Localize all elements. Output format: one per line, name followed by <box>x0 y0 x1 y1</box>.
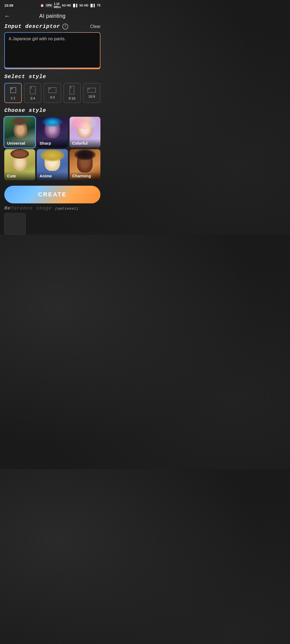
page-title: AI painting <box>39 13 66 19</box>
ratio-16-9[interactable]: 16:9 <box>83 83 100 103</box>
vpn-badge: VPN <box>45 4 53 7</box>
style-label-colorful: Colorful <box>70 139 100 148</box>
ratio-9-16[interactable]: 9:16 <box>63 83 81 103</box>
5ghd-icon2: 5G HD <box>79 4 89 7</box>
style-card-sharp[interactable]: Sharp <box>37 117 68 148</box>
style-card-charming[interactable]: Charming <box>70 149 100 180</box>
ratio-16-9-icon <box>87 87 96 93</box>
input-descriptor-section: Input descriptor ? Clear <box>0 23 105 74</box>
style-label-charming: Charming <box>70 171 100 180</box>
status-right-icons: ⏰ VPN 1.10MB/s 5G HD ▐▌▌ 5G HD ▐▌▌ 73 <box>40 2 100 9</box>
style-card-anime[interactable]: Anime <box>37 149 68 180</box>
clear-button[interactable]: Clear <box>90 24 100 29</box>
reference-hint: (optional) <box>55 207 79 211</box>
input-descriptor-label: Input descriptor <box>4 23 60 30</box>
back-button[interactable]: ← <box>4 13 10 20</box>
ratio-1-1-label: 1:1 <box>11 96 16 100</box>
page-header: ← AI painting <box>0 10 105 23</box>
choose-style-label: Choose style <box>4 107 46 114</box>
select-style-section: Select style 1:1 3:4 <box>0 74 105 107</box>
battery-level: 73 <box>97 3 100 7</box>
select-style-label: Select style <box>4 74 46 80</box>
ratio-4-3-icon <box>48 87 57 94</box>
ratio-3-4-icon <box>29 86 36 95</box>
style-card-cute[interactable]: Cute <box>4 149 35 180</box>
input-header-left: Input descriptor ? <box>4 23 68 30</box>
style-card-universal[interactable]: Universal <box>4 117 35 148</box>
style-label-universal: Universal <box>4 139 35 148</box>
textarea-wrapper <box>4 32 100 69</box>
style-label-anime: Anime <box>37 171 68 180</box>
ratio-3-4-label: 3:4 <box>30 96 35 100</box>
ratio-1-1[interactable]: 1:1 <box>4 83 22 103</box>
input-header: Input descriptor ? Clear <box>4 23 100 30</box>
style-grid: Universal Sharp Colorful Cute Anime Char… <box>4 117 100 180</box>
reference-section-label: Reference image (optional) <box>4 206 79 211</box>
ratio-9-16-icon <box>69 86 75 95</box>
svg-rect-5 <box>49 87 51 89</box>
svg-rect-7 <box>70 86 71 88</box>
reference-placeholder[interactable] <box>4 213 26 235</box>
status-bar: 15:09 ⏰ VPN 1.10MB/s 5G HD ▐▌▌ 5G HD ▐▌▌… <box>0 0 105 10</box>
svg-rect-3 <box>30 86 32 89</box>
style-label-cute: Cute <box>4 171 35 180</box>
ratio-4-3[interactable]: 4:3 <box>44 83 61 103</box>
ratio-4-3-label: 4:3 <box>50 95 55 99</box>
descriptor-textarea[interactable] <box>5 33 100 68</box>
alarm-icon: ⏰ <box>40 4 44 7</box>
5ghd-icon1: 5G HD <box>62 4 71 7</box>
style-label-sharp: Sharp <box>37 139 68 148</box>
signal-icon: ▐▌▌ <box>72 4 78 7</box>
style-card-colorful[interactable]: Colorful <box>70 117 100 148</box>
ratio-9-16-label: 9:16 <box>69 96 75 100</box>
create-section: CREATE <box>0 184 105 203</box>
help-icon[interactable]: ? <box>62 24 68 30</box>
signal-icon2: ▐▌▌ <box>89 4 96 7</box>
reference-section: Reference image (optional) <box>0 203 105 235</box>
ratio-16-9-label: 16:9 <box>88 94 95 98</box>
svg-rect-9 <box>88 88 90 90</box>
svg-rect-1 <box>10 87 13 90</box>
create-button[interactable]: CREATE <box>4 186 100 203</box>
ratio-3-4[interactable]: 3:4 <box>24 83 41 103</box>
network-speed: 1.10MB/s <box>54 2 61 9</box>
ratio-1-1-icon <box>9 86 17 94</box>
choose-style-section: Choose style Universal Sharp Colorful Cu… <box>0 107 105 184</box>
ratio-list: 1:1 3:4 4:3 <box>4 83 100 103</box>
status-time: 15:09 <box>4 3 13 8</box>
